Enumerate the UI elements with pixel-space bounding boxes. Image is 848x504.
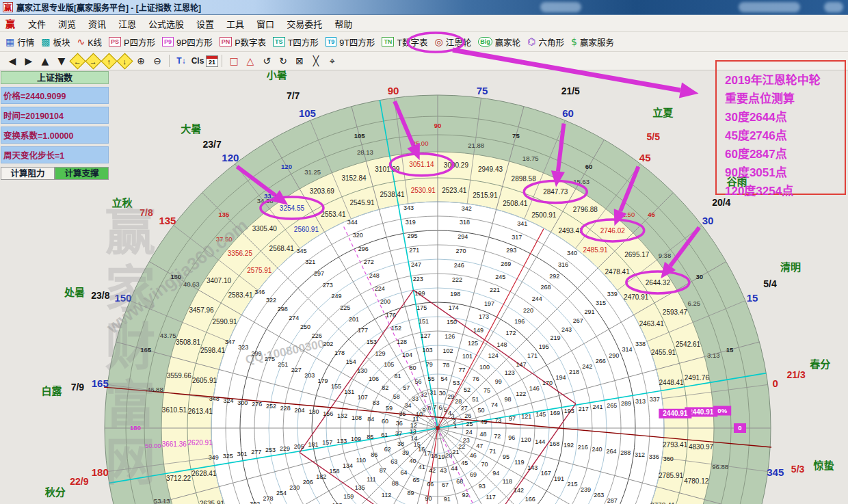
svg-text:90: 90	[425, 495, 432, 502]
menu-item-帮助[interactable]: 帮助	[328, 15, 358, 32]
svg-text:78: 78	[442, 362, 449, 369]
tool-pan-right[interactable]: →	[85, 53, 101, 69]
svg-text:2448.41: 2448.41	[659, 379, 685, 386]
toolbar-button-quotes[interactable]: ▦行情	[3, 34, 38, 50]
tool-pan-left[interactable]: ←	[69, 53, 85, 69]
calc-support-button[interactable]: 计算支撑	[55, 167, 109, 180]
svg-text:202: 202	[323, 341, 333, 347]
svg-text:195: 195	[539, 343, 549, 350]
svg-text:313: 313	[635, 398, 646, 405]
toolbar-button-p-square[interactable]: PSP四方形	[106, 34, 159, 50]
toolbar-button-hexagon[interactable]: ⌬六角形	[525, 34, 568, 50]
toolbar-button-winner-wheel[interactable]: Big赢家轮	[475, 34, 525, 50]
menu-item-资讯[interactable]: 资讯	[82, 15, 112, 32]
toolbar-button-9p-square[interactable]: P99P四方形	[159, 34, 217, 50]
toolbar-button-gann-wheel[interactable]: ◎江恩轮	[432, 34, 476, 50]
window-controls-blurred[interactable]	[824, 2, 843, 12]
svg-text:66: 66	[427, 481, 434, 488]
svg-text:96: 96	[508, 434, 515, 441]
calc-resistance-button[interactable]: 计算阻力	[1, 167, 55, 180]
p-number-table-icon: PN	[220, 37, 233, 47]
svg-text:2491.76: 2491.76	[685, 374, 710, 382]
winner-wheel-label: 赢家轮	[495, 36, 521, 49]
svg-text:8: 8	[427, 405, 431, 412]
menu-item-设置[interactable]: 设置	[190, 15, 220, 32]
t-number-table-label: T数字表	[397, 36, 427, 49]
svg-text:193: 193	[564, 408, 574, 414]
svg-text:196: 196	[514, 318, 525, 325]
svg-text:175: 175	[416, 304, 427, 311]
app-icon: 赢	[3, 2, 13, 12]
tool-nav-up[interactable]: ▲	[37, 53, 53, 68]
svg-text:3000.29: 3000.29	[444, 161, 469, 169]
svg-text:45: 45	[639, 152, 651, 163]
svg-text:23/8: 23/8	[91, 290, 109, 301]
svg-text:3610.51: 3610.51	[162, 406, 187, 414]
info-row-2: 变换系数=1.00000	[1, 127, 109, 144]
toolbar-button-t-number-table[interactable]: TNT数字表	[379, 34, 432, 50]
svg-text:336: 336	[649, 453, 659, 460]
svg-text:165: 165	[92, 377, 109, 389]
svg-text:2485.91: 2485.91	[583, 246, 609, 254]
tool-box-select[interactable]: ⊠	[291, 53, 308, 68]
svg-text:264: 264	[606, 448, 616, 455]
svg-text:263: 263	[594, 492, 604, 499]
svg-text:21/5: 21/5	[561, 85, 580, 96]
menu-item-文件[interactable]: 文件	[22, 15, 52, 32]
tool-shape-square[interactable]: □	[226, 53, 242, 68]
svg-text:340: 340	[567, 250, 577, 256]
svg-text:65: 65	[413, 477, 420, 483]
svg-text:177: 177	[358, 327, 368, 334]
tool-pan-down[interactable]: ↓	[116, 53, 133, 69]
svg-text:2440.91: 2440.91	[663, 410, 688, 417]
menu-item-浏览[interactable]: 浏览	[52, 15, 82, 32]
svg-text:2949.43: 2949.43	[478, 165, 503, 173]
svg-text:126: 126	[445, 333, 455, 340]
tool-zoom-out[interactable]: ⊖	[149, 53, 165, 68]
tool-nav-down[interactable]: ▼	[53, 53, 70, 68]
menu-item-工具[interactable]: 工具	[220, 15, 250, 32]
svg-text:60: 60	[585, 163, 593, 170]
tool-calendar[interactable]: 21	[206, 55, 218, 67]
tool-nav-left[interactable]: ◀	[4, 53, 21, 68]
svg-text:46: 46	[470, 452, 477, 459]
toolbar-button-t-square[interactable]: TST四方形	[270, 34, 323, 50]
toolbar-button-p-number-table[interactable]: PNP数字表	[217, 34, 270, 50]
svg-text:31.25: 31.25	[304, 168, 321, 176]
toolbar-button-kline[interactable]: ∿K线	[75, 34, 107, 50]
tool-zoom-in[interactable]: ⊕	[133, 53, 149, 68]
svg-text:3152.84: 3152.84	[341, 174, 367, 182]
tool-rotate-cw[interactable]: ↻	[275, 53, 291, 68]
tool-time-axis[interactable]: T↓	[173, 53, 189, 68]
svg-text:69: 69	[470, 471, 477, 478]
toolbar-button-9t-square[interactable]: T99T四方形	[323, 34, 380, 50]
svg-text:144: 144	[535, 438, 545, 445]
tool-shape-triangle[interactable]: △	[242, 53, 259, 68]
svg-text:241: 241	[592, 403, 602, 410]
titlebar: 赢 赢家江恩专业版[赢家服务平台] - [上证指数 江恩轮]	[0, 0, 848, 15]
svg-text:102: 102	[442, 347, 453, 354]
svg-text:194: 194	[556, 374, 566, 381]
tool-cross-tool[interactable]: ╳	[308, 53, 324, 68]
svg-text:176: 176	[386, 312, 396, 319]
menu-item-交易委托[interactable]: 交易委托	[280, 15, 328, 32]
quotes-icon: ▦	[5, 36, 14, 47]
tool-pan-up[interactable]: ↑	[101, 53, 117, 69]
toolbar-button-winner-service[interactable]: $赢家服务	[568, 34, 618, 50]
svg-text:85: 85	[367, 434, 373, 440]
tool-nav-right[interactable]: ▶	[21, 53, 37, 68]
svg-text:146: 146	[529, 385, 540, 392]
menu-item-江恩[interactable]: 江恩	[112, 15, 142, 32]
toolbar-button-sectors[interactable]: ▩板块	[38, 34, 74, 50]
svg-text:319: 319	[406, 219, 416, 226]
svg-text:95: 95	[503, 453, 509, 460]
tool-cls[interactable]: Cls	[189, 53, 206, 68]
svg-text:152: 152	[391, 325, 401, 332]
tool-pointer-tool[interactable]: ⌖	[324, 53, 341, 68]
tool-rotate-ccw[interactable]: ↺	[259, 53, 275, 68]
svg-text:302: 302	[250, 501, 260, 504]
menu-item-公式选股[interactable]: 公式选股	[142, 15, 190, 32]
menu-item-窗口[interactable]: 窗口	[250, 15, 280, 32]
winner-service-label: 赢家服务	[580, 36, 614, 49]
svg-text:2635.91: 2635.91	[200, 500, 225, 504]
